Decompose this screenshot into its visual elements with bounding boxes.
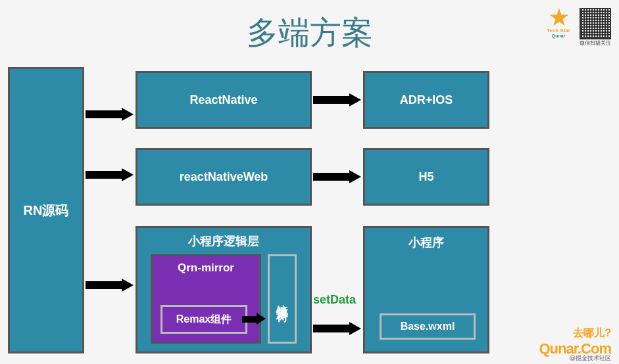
tech-star-sub: Qunar — [543, 34, 574, 38]
miniprogram-title: 小程序 — [365, 228, 487, 250]
mirror-tree-box: 镜像树 — [268, 254, 297, 344]
tech-star-logo: Tech Star Qunar — [543, 8, 574, 39]
reactnativeweb-box: reactNativeWeb — [136, 148, 312, 206]
base-wxml-box: Base.wxml — [380, 313, 476, 340]
qunar-logo-zh: 去哪儿? — [539, 327, 611, 340]
star-icon — [549, 8, 569, 28]
qunar-logo: 去哪儿? Qunar.Com — [539, 327, 611, 357]
adr-ios-box: ADR+IOS — [363, 71, 489, 129]
remax-label: Remax组件 — [176, 313, 232, 327]
qr-block: 微信扫描关注 — [580, 8, 611, 47]
source-label: RN源码 — [24, 202, 69, 219]
mirror-tree-label: 镜像树 — [274, 295, 290, 303]
source-box: RN源码 — [8, 67, 84, 353]
base-wxml-label: Base.wxml — [401, 321, 455, 332]
logic-layer-box: 小程序逻辑层 Qrn-mirror Remax组件 镜像树 — [136, 226, 312, 353]
remax-box: Remax组件 — [161, 305, 247, 334]
diagram-title: 多端方案 — [247, 12, 373, 54]
qrn-mirror-box: Qrn-mirror Remax组件 — [151, 254, 261, 344]
miniprogram-box: 小程序 Base.wxml — [363, 226, 489, 353]
logic-title: 小程序逻辑层 — [137, 228, 310, 249]
reactnative-box: ReactNative — [136, 71, 312, 129]
qrn-mirror-label: Qrn-mirror — [153, 256, 259, 280]
reactnative-label: ReactNative — [189, 93, 257, 107]
reactnativeweb-label: reactNativeWeb — [180, 170, 268, 184]
branding-area: Tech Star Qunar 微信扫描关注 — [543, 8, 611, 47]
qr-code-icon — [580, 8, 611, 39]
h5-box: H5 — [363, 148, 489, 206]
h5-label: H5 — [418, 170, 433, 184]
qr-caption: 微信扫描关注 — [580, 39, 611, 47]
adr-ios-label: ADR+IOS — [400, 93, 453, 107]
tech-star-text: Tech Star — [543, 28, 574, 34]
setdata-label: setData — [313, 293, 356, 307]
footer-text: @掘金技术社区 — [570, 354, 611, 363]
